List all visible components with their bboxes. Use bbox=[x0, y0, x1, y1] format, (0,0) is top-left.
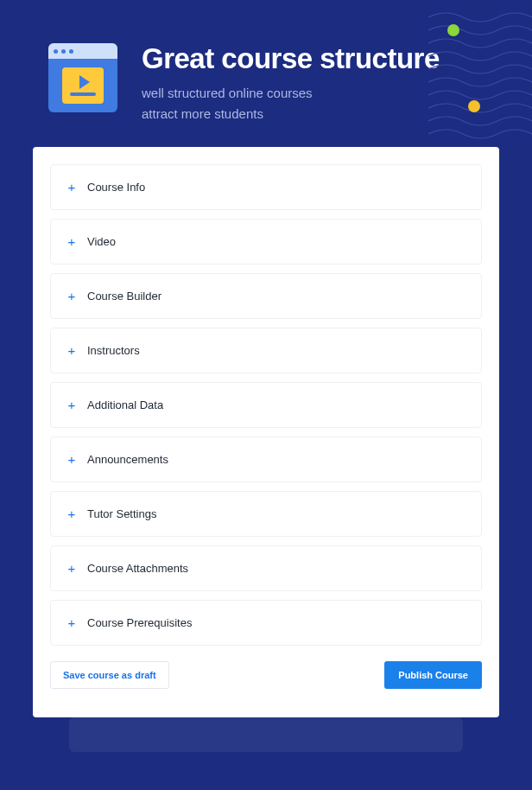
plus-icon: + bbox=[66, 235, 77, 248]
accordion-label: Instructors bbox=[87, 344, 140, 357]
page-header: Great course structure well structured o… bbox=[0, 0, 532, 124]
decorative-dot-green bbox=[447, 24, 459, 36]
accordion-instructors[interactable]: + Instructors bbox=[50, 328, 482, 373]
accordion-video[interactable]: + Video bbox=[50, 219, 482, 264]
plus-icon: + bbox=[66, 398, 77, 411]
plus-icon: + bbox=[66, 562, 77, 575]
video-app-icon bbox=[48, 43, 117, 112]
accordion-label: Course Attachments bbox=[87, 562, 188, 575]
plus-icon: + bbox=[66, 507, 77, 520]
accordion-course-prerequisites[interactable]: + Course Prerequisites bbox=[50, 600, 482, 646]
page-subtitle: well structured online courses attract m… bbox=[142, 83, 440, 124]
accordion-course-info[interactable]: + Course Info bbox=[50, 164, 482, 210]
accordion-label: Announcements bbox=[87, 453, 168, 466]
accordion-label: Tutor Settings bbox=[87, 507, 156, 520]
action-bar: Save course as draft Publish Course bbox=[50, 661, 482, 689]
plus-icon: + bbox=[66, 616, 77, 629]
accordion-tutor-settings[interactable]: + Tutor Settings bbox=[50, 491, 482, 537]
publish-course-button[interactable]: Publish Course bbox=[384, 661, 482, 689]
course-panel: + Course Info + Video + Course Builder +… bbox=[33, 147, 499, 717]
accordion-label: Additional Data bbox=[87, 398, 163, 411]
accordion-additional-data[interactable]: + Additional Data bbox=[50, 382, 482, 428]
accordion-label: Course Info bbox=[87, 181, 145, 194]
accordion-announcements[interactable]: + Announcements bbox=[50, 436, 482, 482]
plus-icon: + bbox=[66, 453, 77, 466]
accordion-course-builder[interactable]: + Course Builder bbox=[50, 273, 482, 319]
plus-icon: + bbox=[66, 290, 77, 303]
plus-icon: + bbox=[66, 181, 77, 194]
accordion-course-attachments[interactable]: + Course Attachments bbox=[50, 545, 482, 591]
decorative-dot-yellow bbox=[468, 100, 480, 112]
page-title: Great course structure bbox=[142, 43, 440, 74]
accordion-label: Course Prerequisites bbox=[87, 616, 192, 629]
save-draft-button[interactable]: Save course as draft bbox=[50, 661, 169, 689]
panel-shadow bbox=[69, 717, 463, 752]
accordion-label: Course Builder bbox=[87, 290, 162, 303]
plus-icon: + bbox=[66, 344, 77, 357]
accordion-label: Video bbox=[87, 235, 116, 248]
